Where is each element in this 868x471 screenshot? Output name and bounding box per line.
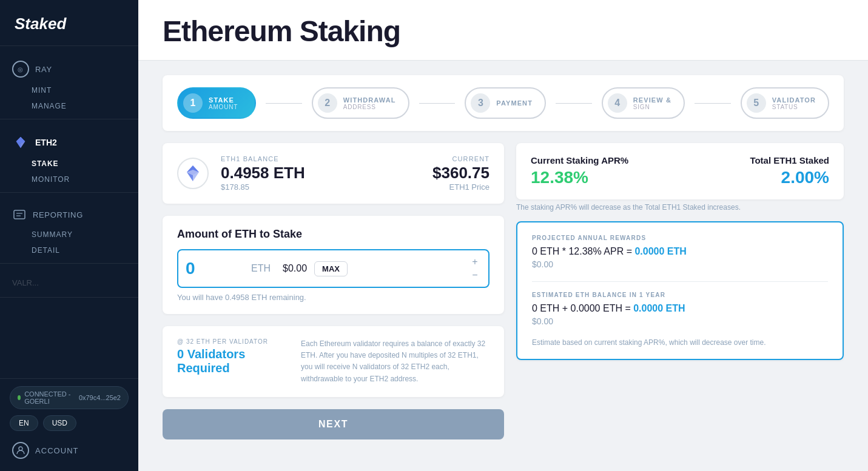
sidebar-item-monitor[interactable]: MONITOR bbox=[0, 172, 138, 187]
sidebar-ray-header: ◎ RAY bbox=[0, 56, 138, 82]
projected-usd: $0.00 bbox=[532, 259, 828, 269]
step-4-number: 4 bbox=[608, 93, 627, 113]
projected-rewards-formula: 0 ETH * 12.38% APR = 0.0000 ETH bbox=[532, 246, 828, 257]
validator-count-number: 0 bbox=[177, 347, 184, 361]
eth1-balance-label: ETH1 BALANCE bbox=[221, 155, 420, 162]
current-info: CURRENT $360.75 ETH1 Price bbox=[432, 155, 490, 192]
stake-input-wrapper: ETH $0.00 MAX + − bbox=[177, 249, 490, 288]
rewards-note: Estimate based on current staking APR%, … bbox=[532, 338, 828, 347]
estimated-balance-formula: 0 ETH + 0.0000 ETH = 0.0000 ETH bbox=[532, 303, 828, 314]
sidebar-eth2-label: ETH2 bbox=[35, 138, 57, 147]
left-panel: ETH1 BALANCE 0.4958 ETH $178.85 CURRENT … bbox=[163, 143, 504, 439]
stake-section: Amount of ETH to Stake ETH $0.00 MAX + −… bbox=[163, 216, 504, 314]
sidebar-item-manage[interactable]: MANAGE bbox=[0, 98, 138, 114]
main-body: 1 STAKE AMOUNT 2 WITHDRAWAL ADDRESS 3 PA… bbox=[138, 61, 868, 454]
balance-info: ETH1 BALANCE 0.4958 ETH $178.85 bbox=[221, 155, 420, 192]
stake-section-title: Amount of ETH to Stake bbox=[177, 228, 490, 241]
apr-right-title: Total ETH1 Staked bbox=[750, 155, 829, 165]
connected-badge[interactable]: CONNECTED - GOERLI 0x79c4...25e2 bbox=[10, 386, 129, 409]
step-2-label-sub: ADDRESS bbox=[343, 104, 396, 110]
step-1[interactable]: 1 STAKE AMOUNT bbox=[177, 87, 256, 119]
right-panel: Current Staking APR% 12.38% Total ETH1 S… bbox=[516, 143, 844, 439]
stake-input[interactable] bbox=[186, 259, 246, 278]
current-sub: ETH1 Price bbox=[432, 182, 490, 192]
apr-right-value: 2.00% bbox=[750, 168, 829, 187]
rewards-divider bbox=[532, 281, 828, 282]
step-5-label: VALIDATOR STATUS bbox=[772, 96, 816, 110]
validator-left: @ 32 ETH PER VALIDATOR 0 Validators Requ… bbox=[177, 338, 286, 385]
currency-button[interactable]: USD bbox=[43, 415, 76, 431]
stake-remaining-text: You will have 0.4958 ETH remaining. bbox=[177, 293, 490, 302]
projected-rewards-title: PROJECTED ANNUAL REWARDS bbox=[532, 235, 828, 241]
step-divider-2 bbox=[419, 103, 456, 104]
plus-minus-controls: + − bbox=[469, 256, 481, 281]
page-title: Ethereum Staking bbox=[163, 15, 844, 48]
connected-address: 0x79c4...25e2 bbox=[79, 394, 121, 401]
connected-dot-icon bbox=[18, 395, 21, 400]
step-5-label-sub: STATUS bbox=[772, 104, 816, 110]
sidebar-ray-section: ◎ RAY MINT MANAGE bbox=[0, 46, 138, 119]
step-1-label-main: STAKE bbox=[209, 96, 238, 104]
apr-left: Current Staking APR% 12.38% bbox=[531, 155, 725, 187]
step-4-label: REVIEW & SIGN bbox=[633, 96, 671, 110]
sidebar: Staked ◎ RAY MINT MANAGE ETH2 STAKE MONI… bbox=[0, 0, 138, 471]
sidebar-item-mint[interactable]: MINT bbox=[0, 82, 138, 98]
sidebar-bottom: CONNECTED - GOERLI 0x79c4...25e2 EN USD … bbox=[0, 378, 138, 471]
estimated-balance-section: ESTIMATED ETH BALANCE IN 1 YEAR 0 ETH + … bbox=[532, 292, 828, 326]
validator-section: @ 32 ETH PER VALIDATOR 0 Validators Requ… bbox=[163, 326, 504, 397]
eth-diamond-icon bbox=[12, 134, 29, 151]
main-header: Ethereum Staking bbox=[138, 0, 868, 61]
reporting-icon bbox=[12, 207, 27, 222]
sidebar-reporting-section: REPORTING SUMMARY DETAIL bbox=[0, 193, 138, 264]
step-divider-1 bbox=[266, 103, 302, 104]
account-label: ACCOUNT bbox=[35, 446, 79, 455]
main-content: Ethereum Staking 1 STAKE AMOUNT 2 WITHDR… bbox=[138, 0, 868, 471]
ray-icon: ◎ bbox=[12, 61, 29, 78]
increment-button[interactable]: + bbox=[469, 256, 481, 268]
step-3-label-main: PAYMENT bbox=[496, 99, 533, 107]
svg-point-7 bbox=[19, 447, 22, 450]
sidebar-item-stake[interactable]: STAKE bbox=[0, 156, 138, 172]
step-5-number: 5 bbox=[747, 93, 766, 113]
step-4-label-sub: SIGN bbox=[633, 104, 671, 110]
balance-formula-text: 0 ETH + 0.0000 ETH = bbox=[532, 303, 633, 313]
rewards-card: PROJECTED ANNUAL REWARDS 0 ETH * 12.38% … bbox=[516, 221, 844, 360]
step-1-label-sub: AMOUNT bbox=[209, 104, 238, 110]
lang-currency-row: EN USD bbox=[10, 415, 129, 431]
sidebar-reporting-header: REPORTING bbox=[0, 202, 138, 227]
eth-balance-icon bbox=[177, 158, 209, 189]
step-5[interactable]: 5 VALIDATOR STATUS bbox=[741, 87, 829, 119]
sidebar-item-summary[interactable]: SUMMARY bbox=[0, 227, 138, 242]
eth1-balance-amount: 0.4958 ETH bbox=[221, 164, 420, 182]
step-3[interactable]: 3 PAYMENT bbox=[465, 87, 546, 119]
language-button[interactable]: EN bbox=[10, 415, 38, 431]
current-price: $360.75 bbox=[432, 164, 490, 182]
step-1-number: 1 bbox=[183, 93, 203, 113]
step-2[interactable]: 2 WITHDRAWAL ADDRESS bbox=[312, 87, 409, 119]
apr-note: The staking APR% will decrease as the To… bbox=[516, 203, 844, 212]
sidebar-item-detail[interactable]: DETAIL bbox=[0, 242, 138, 258]
account-item[interactable]: ACCOUNT bbox=[10, 437, 129, 464]
step-divider-4 bbox=[695, 103, 731, 104]
step-3-number: 3 bbox=[471, 93, 490, 113]
step-4-label-main: REVIEW & bbox=[633, 96, 671, 104]
step-4[interactable]: 4 REVIEW & SIGN bbox=[602, 87, 685, 119]
max-button[interactable]: MAX bbox=[314, 261, 348, 276]
projected-formula-text: 0 ETH * 12.38% APR = bbox=[532, 246, 634, 256]
content-grid: ETH1 BALANCE 0.4958 ETH $178.85 CURRENT … bbox=[163, 143, 844, 439]
sidebar-reporting-label: REPORTING bbox=[33, 210, 83, 219]
validator-count: 0 Validators Required bbox=[177, 347, 286, 375]
step-2-label: WITHDRAWAL ADDRESS bbox=[343, 96, 396, 110]
connected-label: CONNECTED - GOERLI bbox=[24, 390, 72, 405]
sidebar-valr-label: VALR... bbox=[0, 273, 138, 292]
apr-right: Total ETH1 Staked 2.00% bbox=[750, 155, 829, 187]
step-1-label: STAKE AMOUNT bbox=[209, 96, 238, 110]
next-button[interactable]: NEXT bbox=[163, 409, 504, 439]
step-5-label-main: VALIDATOR bbox=[772, 96, 816, 104]
apr-card: Current Staking APR% 12.38% Total ETH1 S… bbox=[516, 143, 844, 199]
projected-rewards-section: PROJECTED ANNUAL REWARDS 0 ETH * 12.38% … bbox=[532, 235, 828, 269]
steps-container: 1 STAKE AMOUNT 2 WITHDRAWAL ADDRESS 3 PA… bbox=[163, 75, 844, 131]
current-label: CURRENT bbox=[432, 155, 490, 162]
decrement-button[interactable]: − bbox=[469, 269, 481, 281]
stake-usd-value: $0.00 bbox=[283, 263, 307, 274]
